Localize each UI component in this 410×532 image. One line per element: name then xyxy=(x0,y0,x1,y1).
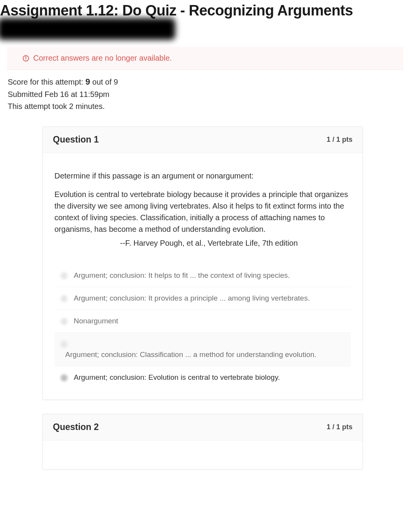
attempt-meta: Score for this attempt: 9 out of 9 Submi… xyxy=(0,75,410,112)
radio-icon xyxy=(61,295,68,302)
question-title: Question 2 xyxy=(53,422,99,432)
answer-text: Argument; conclusion: It provides a prin… xyxy=(74,294,348,303)
warning-icon xyxy=(22,55,29,62)
question-header: Question 1 1 / 1 pts xyxy=(43,127,363,153)
question-points: 1 / 1 pts xyxy=(327,136,352,144)
score-label-prefix: Score for this attempt: xyxy=(8,78,85,86)
answer-text: Argument; conclusion: Classification ...… xyxy=(65,340,348,359)
score-label-suffix: out of 9 xyxy=(90,78,118,86)
answer-option[interactable]: Argument; conclusion: It helps to fit ..… xyxy=(54,264,351,287)
score-line: Score for this attempt: 9 out of 9 xyxy=(8,75,402,88)
alert-banner: Correct answers are no longer available. xyxy=(7,47,403,70)
question-points: 1 / 1 pts xyxy=(327,423,352,431)
answer-text: Argument; conclusion: It helps to fit ..… xyxy=(74,271,348,280)
submitted-line: Submitted Feb 16 at 11:59pm xyxy=(8,88,402,100)
radio-icon xyxy=(61,374,68,381)
question-citation: --F. Harvey Pough, et al., Vertebrate Li… xyxy=(54,237,351,249)
answer-option[interactable]: Argument; conclusion: It provides a prin… xyxy=(54,287,351,309)
question-header: Question 2 1 / 1 pts xyxy=(43,414,363,440)
questions-container: Question 1 1 / 1 pts Determine if this p… xyxy=(0,112,410,499)
radio-icon xyxy=(61,318,68,325)
duration-line: This attempt took 2 minutes. xyxy=(8,100,402,112)
radio-icon xyxy=(61,341,68,348)
question-title: Question 1 xyxy=(53,134,99,145)
score-earned: 9 xyxy=(85,77,90,87)
answer-option[interactable]: Argument; conclusion: Classification ...… xyxy=(54,332,351,366)
alert-text: Correct answers are no longer available. xyxy=(33,54,172,63)
question-card: Question 1 1 / 1 pts Determine if this p… xyxy=(42,126,363,400)
radio-icon xyxy=(61,272,68,279)
question-body: Determine if this passage is an argument… xyxy=(43,153,363,260)
answer-text: Argument; conclusion: Evolution is centr… xyxy=(74,373,348,382)
redacted-subtitle xyxy=(0,18,175,40)
question-card: Question 2 1 / 1 pts xyxy=(42,414,363,469)
question-prompt: Determine if this passage is an argument… xyxy=(54,170,351,182)
answers-list: Argument; conclusion: It helps to fit ..… xyxy=(43,260,363,399)
answer-option-selected[interactable]: Argument; conclusion: Evolution is centr… xyxy=(54,366,351,389)
question-body xyxy=(43,440,363,469)
page-title: Assignment 1.12: Do Quiz - Recognizing A… xyxy=(0,0,410,20)
answer-text: Nonargument xyxy=(74,317,348,325)
question-passage: Evolution is central to vertebrate biolo… xyxy=(54,189,351,235)
answer-option[interactable]: Nonargument xyxy=(54,309,351,332)
